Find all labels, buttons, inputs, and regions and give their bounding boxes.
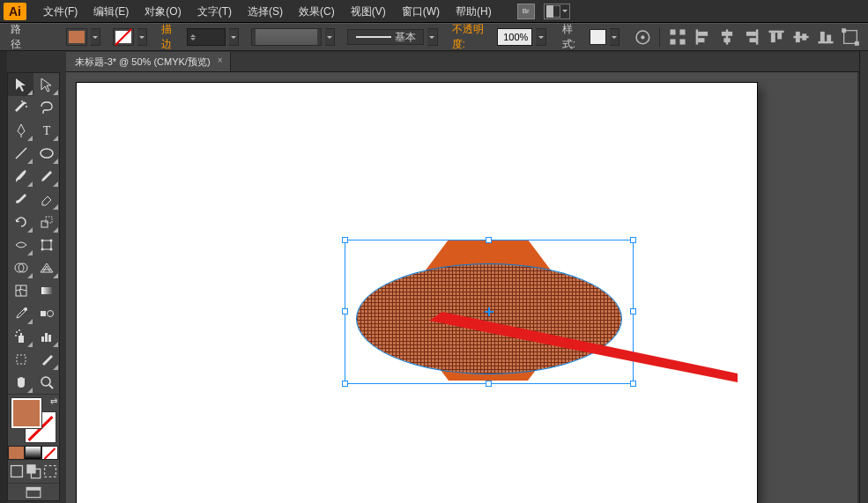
rotate-tool[interactable] <box>8 211 33 233</box>
transform-panel-button[interactable] <box>840 26 861 48</box>
arrange-documents-button[interactable] <box>544 4 570 19</box>
align-top-button[interactable] <box>766 26 787 48</box>
artboard[interactable] <box>77 83 757 503</box>
fill-proxy[interactable] <box>11 398 41 428</box>
menu-edit[interactable]: 编辑(E) <box>85 0 137 23</box>
direct-selection-tool[interactable] <box>33 73 59 96</box>
color-mode-solid[interactable] <box>8 446 25 460</box>
column-graph-tool[interactable] <box>33 325 59 348</box>
variable-width-profile-dropdown[interactable] <box>325 28 335 46</box>
handle-bottom-middle[interactable] <box>486 381 492 387</box>
menu-view[interactable]: 视图(V) <box>343 0 394 23</box>
zoom-tool[interactable] <box>33 371 59 394</box>
ellipse-tool[interactable] <box>33 142 59 165</box>
document-tab[interactable]: 未标题-3* @ 50% (CMYK/预览) × <box>66 52 231 71</box>
svg-rect-16 <box>750 38 756 42</box>
document-tabstrip: 未标题-3* @ 50% (CMYK/预览) × <box>66 53 868 72</box>
fill-swatch-dropdown[interactable] <box>91 28 100 46</box>
align-hcenter-button[interactable] <box>716 26 738 48</box>
color-mode-gradient[interactable] <box>25 446 41 460</box>
rotate-icon <box>13 214 29 230</box>
svg-rect-10 <box>698 38 704 42</box>
perspective-grid-tool[interactable] <box>33 256 59 279</box>
selection-bounding-box[interactable] <box>345 240 634 384</box>
variable-width-profile[interactable] <box>251 28 322 46</box>
width-tool[interactable] <box>8 233 33 256</box>
stroke-label[interactable]: 描边 <box>161 22 180 52</box>
handle-top-left[interactable] <box>342 237 348 243</box>
stroke-swatch-dropdown[interactable] <box>137 28 147 46</box>
fill-stroke-control[interactable]: ⇄ <box>8 395 59 446</box>
color-mode-none[interactable] <box>41 446 58 460</box>
svg-text:T: T <box>42 124 50 137</box>
handle-middle-left[interactable] <box>342 308 348 314</box>
opacity-label[interactable]: 不透明度: <box>452 22 491 52</box>
pen-tool[interactable] <box>8 119 33 142</box>
draw-behind-icon[interactable] <box>26 463 41 479</box>
draw-normal-icon[interactable] <box>9 463 25 479</box>
svg-rect-17 <box>768 31 783 33</box>
graphic-style-swatch[interactable] <box>590 29 606 45</box>
brush-definition[interactable]: 基本 <box>347 29 424 45</box>
handle-middle-right[interactable] <box>630 308 636 314</box>
type-tool[interactable]: T <box>33 119 59 142</box>
symbol-sprayer-tool[interactable] <box>8 325 33 348</box>
mesh-tool[interactable] <box>8 279 33 302</box>
handle-bottom-left[interactable] <box>342 381 348 387</box>
stroke-weight-stepper[interactable] <box>188 32 198 43</box>
workspace-mode-strip[interactable] <box>0 51 7 503</box>
menu-help[interactable]: 帮助(H) <box>448 0 500 23</box>
align-panel-button[interactable] <box>667 26 688 48</box>
pencil-tool[interactable] <box>33 165 59 188</box>
gradient-tool[interactable] <box>33 279 59 302</box>
artboard-icon <box>13 351 29 367</box>
slice-tool[interactable] <box>33 348 59 371</box>
fill-swatch[interactable] <box>66 28 87 46</box>
hand-tool[interactable] <box>8 371 33 394</box>
blend-tool[interactable] <box>33 302 59 325</box>
handle-bottom-right[interactable] <box>630 381 636 387</box>
stroke-weight-dropdown[interactable] <box>229 28 239 46</box>
close-tab-button[interactable]: × <box>216 56 225 65</box>
eraser-tool[interactable] <box>33 188 59 211</box>
align-right-button[interactable] <box>741 26 762 48</box>
align-bottom-button[interactable] <box>815 26 836 48</box>
shape-builder-tool[interactable] <box>8 256 33 279</box>
brush-definition-dropdown[interactable] <box>427 28 437 46</box>
right-panel-dock[interactable] <box>859 51 868 503</box>
swap-fill-stroke-icon[interactable]: ⇄ <box>50 396 57 406</box>
scale-tool[interactable] <box>33 211 59 233</box>
goto-bridge-button[interactable]: Br <box>517 4 535 19</box>
ellipse-icon <box>39 145 55 161</box>
align-vcenter-button[interactable] <box>790 26 812 48</box>
stroke-weight-field[interactable] <box>187 28 226 46</box>
menu-file[interactable]: 文件(F) <box>35 0 85 23</box>
opacity-field[interactable]: 100% <box>497 28 532 46</box>
handle-top-right[interactable] <box>630 237 636 243</box>
draw-inside-icon[interactable] <box>42 463 58 479</box>
screen-mode-button[interactable] <box>8 483 59 500</box>
magic-wand-tool[interactable] <box>8 96 33 119</box>
stroke-swatch[interactable] <box>113 28 134 46</box>
artboard-tool[interactable] <box>8 348 33 371</box>
menu-effect[interactable]: 效果(C) <box>291 0 343 23</box>
line-segment-tool[interactable] <box>8 142 33 165</box>
blob-brush-tool[interactable] <box>8 188 33 211</box>
menu-type[interactable]: 文字(T) <box>189 0 240 23</box>
canvas-area[interactable] <box>66 72 857 503</box>
handle-top-middle[interactable] <box>486 237 492 243</box>
menu-object[interactable]: 对象(O) <box>137 0 189 23</box>
menu-select[interactable]: 选择(S) <box>240 0 291 23</box>
free-transform-tool[interactable] <box>33 233 59 256</box>
svg-rect-18 <box>771 33 775 42</box>
opacity-dropdown[interactable] <box>536 28 545 46</box>
selection-tool[interactable] <box>8 73 33 96</box>
svg-point-30 <box>26 106 27 107</box>
menu-window[interactable]: 窗口(W) <box>394 0 448 23</box>
align-left-button[interactable] <box>692 26 713 48</box>
eyedropper-tool[interactable] <box>8 302 33 325</box>
recolor-artwork-button[interactable] <box>634 26 652 48</box>
graphic-style-dropdown[interactable] <box>610 28 619 46</box>
lasso-tool[interactable] <box>33 96 59 119</box>
paintbrush-tool[interactable] <box>8 165 33 188</box>
